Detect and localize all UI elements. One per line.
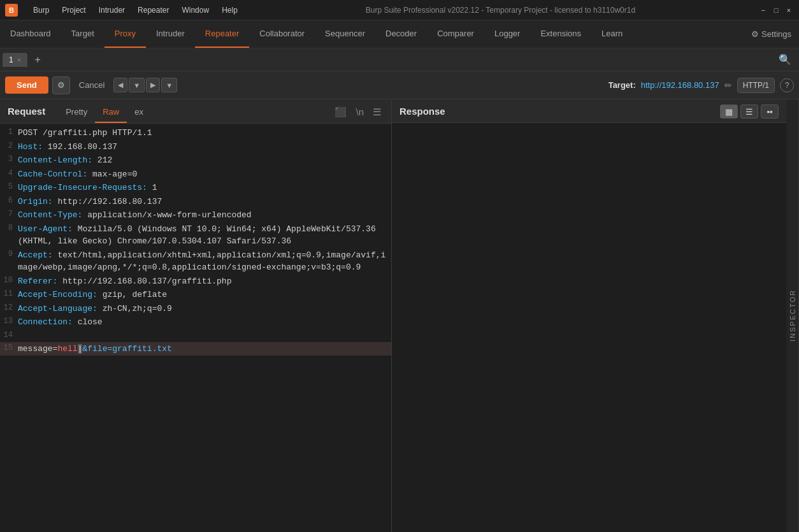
back-dropdown[interactable]: ▼ [129,78,145,92]
line-content: Connection: close [18,316,386,329]
edit-target-icon[interactable]: ✏ [724,80,732,90]
inspector-sidebar[interactable]: INSPECTOR [786,99,799,532]
app-icon: B [5,4,18,17]
title-bar-left: B Burp Project Intruder Repeater Window … [5,3,243,17]
response-view-tools: ▦ ☰ ▪▪ [720,104,779,122]
view-grid-button[interactable]: ▦ [720,104,738,119]
req-tab-ex[interactable]: ex [127,104,151,123]
code-line-7: 7 Content-Type: application/x-www-form-u… [0,208,391,222]
code-line-3: 3 Content-Length: 212 [0,154,391,168]
response-pane: Response ▦ ☰ ▪▪ [392,99,786,532]
http-version-selector[interactable]: HTTP/1 [737,78,775,93]
request-tab-label: 1 [9,55,13,64]
tab-repeater[interactable]: Repeater [195,20,249,48]
code-line-5: 5 Upgrade-Insecure-Requests: 1 [0,181,391,195]
line-number: 3 [0,154,18,167]
nav-tabs: Dashboard Target Proxy Intruder Repeater… [0,20,799,48]
tab-proxy[interactable]: Proxy [104,20,146,48]
code-line-6: 6 Origin: http://192.168.80.137 [0,195,391,209]
close-button[interactable]: × [784,5,794,15]
tab-extensions[interactable]: Extensions [530,20,591,48]
send-button[interactable]: Send [5,76,48,94]
window-title: Burp Suite Professional v2022.12 - Tempo… [243,6,758,15]
request-sub-tabs: Pretty Raw ex [58,104,151,123]
code-line-14: 14 [0,329,391,342]
toolbar: Send ⚙ Cancel ◀ ▼ ▶ ▼ Target: http://192… [0,71,799,99]
minimize-button[interactable]: − [758,5,768,15]
menu-intruder[interactable]: Intruder [94,3,130,17]
tab-logger[interactable]: Logger [484,20,530,48]
line-content [18,330,386,341]
view-list-button[interactable]: ☰ [740,104,758,119]
line-number: 10 [0,275,18,288]
sub-tab-bar: 1 × + 🔍 [0,48,799,71]
request-tab-1[interactable]: 1 × [3,53,27,67]
line-number: 4 [0,168,18,181]
menu-window[interactable]: Window [176,3,214,17]
code-line-13: 13 Connection: close [0,315,391,329]
inspector-label: INSPECTOR [789,290,796,342]
line-content: Content-Type: application/x-www-form-url… [18,209,386,222]
code-line-11: 11 Accept-Encoding: gzip, deflate [0,288,391,302]
tab-comparer[interactable]: Comparer [427,20,484,48]
menu-bar: Burp Project Intruder Repeater Window He… [28,3,243,17]
request-editor[interactable]: 1 POST /graffiti.php HTTP/1.1 2 Host: 19… [0,124,391,532]
view-compact-button[interactable]: ▪▪ [761,104,779,119]
code-line-4: 4 Cache-Control: max-age=0 [0,168,391,182]
tab-sequencer[interactable]: Sequencer [315,20,375,48]
menu-project[interactable]: Project [57,3,90,17]
tab-collaborator[interactable]: Collaborator [249,20,315,48]
req-tab-raw[interactable]: Raw [95,104,127,123]
tab-target[interactable]: Target [61,20,104,48]
req-tab-pretty[interactable]: Pretty [58,104,95,123]
line-content: Accept-Language: zh-CN,zh;q=0.9 [18,303,386,315]
target-area: Target: http://192.168.80.137 ✏ HTTP/1 ? [608,78,794,93]
line-content: POST /graffiti.php HTTP/1.1 [18,127,386,140]
line-content: Accept: text/html,application/xhtml+xml,… [18,249,386,274]
tab-dashboard[interactable]: Dashboard [0,20,61,48]
back-button[interactable]: ◀ [113,78,127,92]
cancel-button[interactable]: Cancel [74,78,110,92]
tab-decoder[interactable]: Decoder [375,20,427,48]
menu-repeater[interactable]: Repeater [133,3,174,17]
code-line-1: 1 POST /graffiti.php HTTP/1.1 [0,126,391,140]
menu-help[interactable]: Help [217,3,243,17]
line-content: Host: 192.168.80.137 [18,141,386,154]
help-icon[interactable]: ? [780,78,794,92]
search-icon[interactable]: 🔍 [774,54,796,66]
line-number: 11 [0,289,18,301]
line-content: User-Agent: Mozilla/5.0 (Windows NT 10.0… [18,223,386,248]
response-editor [392,123,786,532]
code-line-12: 12 Accept-Language: zh-CN,zh;q=0.9 [0,302,391,316]
line-number: 7 [0,209,18,222]
close-tab-icon[interactable]: × [17,56,21,64]
maximize-button[interactable]: □ [771,5,781,15]
line-number: 15 [0,343,18,356]
target-url: http://192.168.80.137 [641,80,719,90]
request-tools: ⬛ \n ☰ [332,105,384,123]
line-number: 13 [0,316,18,329]
nav-arrows: ◀ ▼ ▶ ▼ [113,78,177,92]
forward-dropdown[interactable]: ▼ [161,78,177,92]
line-number: 9 [0,249,18,274]
response-pane-header: Response ▦ ☰ ▪▪ [392,99,786,123]
settings-icon-button[interactable]: ⚙ [52,76,70,94]
menu-icon[interactable]: ☰ [370,105,384,119]
line-content: Content-Length: 212 [18,154,386,167]
settings-tab[interactable]: ⚙ Settings [744,20,799,48]
request-title: Request [8,106,45,122]
line-number: 5 [0,182,18,194]
newline-icon[interactable]: \n [353,105,366,119]
line-number: 12 [0,303,18,315]
menu-burp[interactable]: Burp [28,3,54,17]
forward-button[interactable]: ▶ [146,78,160,92]
tab-intruder[interactable]: Intruder [146,20,195,48]
line-number: 14 [0,330,18,341]
line-content: Accept-Encoding: gzip, deflate [18,289,386,301]
tab-learn[interactable]: Learn [591,20,633,48]
code-line-2: 2 Host: 192.168.80.137 [0,140,391,154]
add-tab-button[interactable]: + [30,52,45,68]
request-pane: Request Pretty Raw ex ⬛ \n ☰ 1 POST /gra… [0,99,392,532]
format-icon[interactable]: ⬛ [332,105,349,119]
title-bar: B Burp Project Intruder Repeater Window … [0,0,799,20]
